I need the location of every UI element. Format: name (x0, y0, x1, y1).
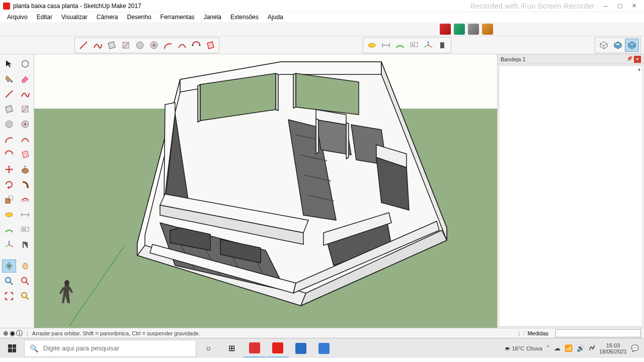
close-button[interactable]: ✕ (627, 0, 641, 12)
menu-arquivo[interactable]: Arquivo (3, 13, 32, 22)
circle-tool[interactable] (133, 39, 147, 52)
select-tool[interactable] (2, 57, 16, 70)
wifi-icon[interactable]: 📶 (565, 344, 573, 352)
scale-tool[interactable] (2, 193, 16, 206)
rotate-tool[interactable] (2, 178, 16, 191)
pie-tool-left[interactable] (18, 148, 32, 161)
svg-marker-54 (198, 84, 200, 122)
3d-text-tool[interactable] (435, 39, 449, 52)
taskbar-app-sketchup[interactable] (267, 339, 289, 357)
freehand-tool[interactable] (91, 39, 105, 52)
pan-tool[interactable] (18, 259, 32, 273)
warehouse-icon-4[interactable] (482, 24, 493, 35)
taskbar-app-recorder[interactable] (244, 339, 266, 357)
tape-measure-tool[interactable] (365, 39, 379, 52)
rectangle-tool[interactable] (105, 39, 119, 52)
axes-tool-left[interactable] (2, 238, 16, 251)
tray-chevron-icon[interactable]: ˄ (546, 344, 550, 352)
taskbar-app-calculator[interactable] (313, 339, 335, 357)
cortana-button[interactable]: ○ (197, 339, 219, 357)
text-tool[interactable]: A1 (407, 39, 421, 52)
taskbar-search[interactable]: 🔍 (24, 340, 196, 357)
3d-viewport[interactable] (34, 54, 497, 328)
tape-measure-tool-left[interactable] (2, 208, 16, 221)
polygon-tool-left[interactable] (18, 118, 32, 131)
task-view-button[interactable]: ⊞ (220, 339, 243, 357)
orbit-tool[interactable] (2, 259, 16, 273)
arc-2point-tool[interactable] (175, 39, 189, 52)
start-button[interactable] (1, 339, 23, 357)
svg-line-40 (26, 282, 29, 285)
credit-icon[interactable]: ⓘ (16, 329, 23, 338)
svg-line-38 (10, 282, 13, 285)
window-title: planta baixa casa planta - SketchUp Make… (13, 3, 470, 10)
measurements-input[interactable] (555, 329, 641, 337)
pie-tool[interactable] (203, 39, 217, 52)
arc-tool-left[interactable] (2, 133, 16, 146)
offset-tool[interactable] (18, 193, 32, 206)
search-input[interactable] (43, 344, 191, 352)
menu-extensoes[interactable]: Extensões (226, 13, 263, 22)
zoom-tool[interactable] (2, 275, 16, 288)
zoom-window-tool[interactable] (18, 275, 32, 288)
taskbar-app-3[interactable] (290, 339, 312, 357)
svg-point-22 (24, 123, 26, 125)
pushpull-tool[interactable] (18, 163, 32, 176)
rectangle-tool-left[interactable] (2, 103, 16, 116)
warehouse-icon-1[interactable] (440, 24, 451, 35)
tray-pin-icon[interactable]: 📌 (626, 56, 633, 63)
eraser-tool[interactable] (18, 72, 32, 85)
circle-tool-left[interactable] (2, 118, 16, 131)
freehand-tool-left[interactable] (18, 87, 32, 101)
paint-bucket-tool[interactable] (2, 72, 16, 85)
protractor-tool-left[interactable] (2, 223, 16, 236)
notifications-icon[interactable]: 💬 (631, 344, 639, 352)
menu-visualizar[interactable]: Visualizar (57, 13, 92, 22)
menu-ferramentas[interactable]: Ferramentas (156, 13, 199, 22)
menu-camera[interactable]: Câmera (93, 13, 122, 22)
geo-icon[interactable]: ⊕ (3, 329, 9, 337)
line-tool[interactable] (76, 39, 91, 52)
status-bar: ⊕ ◉ ⓘ | Arraste para orbitar. Shift = pa… (0, 328, 644, 338)
maximize-button[interactable]: ▢ (613, 0, 627, 12)
arc-tool[interactable] (161, 39, 175, 52)
user-icon[interactable]: ◉ (10, 329, 15, 337)
menu-janela[interactable]: Janela (200, 13, 225, 22)
3dtext-tool-left[interactable] (18, 238, 32, 251)
followme-tool[interactable] (18, 178, 32, 191)
tray-chevron-icon[interactable]: ▾ (638, 67, 640, 72)
rotated-rectangle-tool[interactable] (119, 39, 133, 52)
arc2-tool-left[interactable] (18, 133, 32, 146)
svg-point-5 (192, 44, 194, 46)
battery-icon[interactable]: 🗲 (589, 344, 595, 352)
view-cube-1[interactable] (611, 39, 625, 52)
menu-editar[interactable]: Editar (33, 13, 56, 22)
onedrive-icon[interactable]: ☁ (554, 344, 560, 352)
arc-3point-tool[interactable] (189, 39, 203, 52)
axes-tool[interactable] (421, 39, 435, 52)
make-component-tool[interactable] (18, 57, 32, 70)
zoom-extents-tool[interactable] (2, 290, 16, 303)
menu-ajuda[interactable]: Ajuda (264, 13, 287, 22)
rotated-rect-tool-left[interactable] (18, 103, 32, 116)
line-tool-left[interactable] (2, 87, 16, 101)
weather-widget[interactable]: 🌧 16°C Chuva (505, 345, 542, 351)
protractor-tool[interactable] (393, 39, 407, 52)
dimension-tool[interactable] (379, 39, 393, 52)
view-cube-2[interactable] (625, 39, 639, 52)
volume-icon[interactable]: 🔊 (577, 344, 585, 352)
move-tool[interactable] (2, 163, 16, 176)
menu-desenho[interactable]: Desenho (123, 13, 155, 22)
dimension-tool-left[interactable] (18, 208, 32, 221)
polygon-tool[interactable] (147, 39, 161, 52)
warehouse-icon-2[interactable] (454, 24, 465, 35)
minimize-button[interactable]: ─ (599, 0, 613, 12)
warehouse-icon-3[interactable] (468, 24, 479, 35)
previous-view-tool[interactable] (18, 290, 32, 303)
svg-text:A1: A1 (23, 228, 27, 231)
taskbar-clock[interactable]: 16:03 18/06/2021 (599, 342, 627, 354)
iso-view-tool[interactable] (597, 39, 611, 52)
arc3-tool-left[interactable] (2, 148, 16, 161)
tray-close-button[interactable]: ✕ (634, 56, 641, 63)
text-tool-left[interactable]: A1 (18, 223, 32, 236)
